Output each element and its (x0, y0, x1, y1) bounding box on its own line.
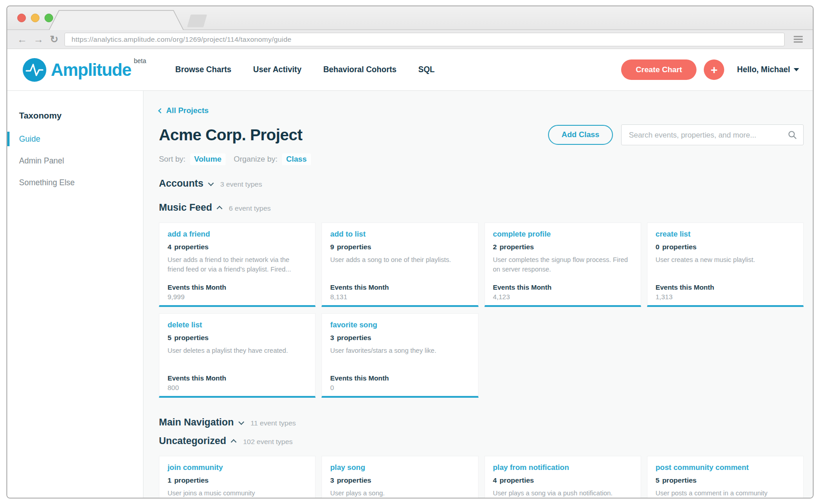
main-content: All Projects Acme Corp. Project Add Clas… (143, 91, 813, 499)
chevron-up-icon (231, 439, 237, 445)
event-description: User completes the signup flow process. … (493, 255, 632, 274)
event-card[interactable]: delete list 5properties User deletes a p… (159, 313, 316, 398)
search-icon[interactable] (788, 130, 797, 139)
section-main-navigation-toggle[interactable]: Main Navigation (159, 417, 243, 428)
event-card[interactable]: join community 1properties User joins a … (159, 456, 316, 499)
browser-tab[interactable] (48, 6, 184, 30)
chevron-down-icon (208, 180, 214, 186)
section-music-feed: Music Feed 6 event types (159, 202, 804, 213)
events-this-month-label: Events this Month (168, 283, 307, 291)
section-accounts: Accounts 3 event types (159, 178, 804, 189)
events-this-month-label: Events this Month (656, 283, 795, 291)
events-this-month-value: 800 (168, 384, 307, 391)
event-card[interactable]: play from notification 4properties User … (484, 456, 641, 499)
event-description: User adds a friend to their network via … (168, 255, 307, 274)
sidebar: Taxonomy Guide Admin Panel Something Els… (7, 91, 143, 499)
section-music-feed-toggle[interactable]: Music Feed (159, 202, 222, 213)
event-card[interactable]: create list 0properties User creates a n… (647, 222, 804, 307)
event-card[interactable]: post community comment 5properties User … (647, 456, 804, 499)
url-text: https://analytics.amplitude.com/org/1269… (71, 35, 291, 44)
events-this-month-label: Events this Month (330, 283, 469, 291)
all-projects-link[interactable]: All Projects (159, 106, 804, 115)
event-title[interactable]: delete list (168, 321, 307, 329)
add-button[interactable]: + (704, 59, 724, 80)
search-input[interactable] (629, 131, 788, 139)
sidebar-item-guide[interactable]: Guide (7, 128, 143, 150)
page-title: Acme Corp. Project (159, 126, 302, 144)
section-music-feed-meta: 6 event types (229, 204, 271, 212)
events-this-month-label: Events this Month (330, 374, 469, 382)
user-menu[interactable]: Hello, Michael (737, 65, 799, 74)
event-card[interactable]: complete profile 2properties User comple… (484, 222, 641, 307)
chevron-down-icon (794, 68, 799, 71)
event-title[interactable]: complete profile (493, 230, 632, 238)
new-tab-button[interactable] (187, 15, 207, 27)
nav-sql[interactable]: SQL (418, 65, 435, 74)
minimize-window-button[interactable] (31, 14, 40, 22)
sort-by-value[interactable]: Volume (190, 153, 226, 165)
section-accounts-toggle[interactable]: Accounts (159, 178, 213, 189)
event-description: User plays a song via a push notificatio… (493, 489, 632, 498)
section-uncategorized: Uncategorized 102 event types (159, 435, 804, 447)
event-card[interactable]: add to list 9properties User adds a song… (321, 222, 478, 307)
chevron-left-icon (158, 108, 163, 113)
event-card-grid: join community 1properties User joins a … (159, 456, 804, 499)
close-window-button[interactable] (17, 14, 26, 22)
sidebar-item-admin-panel[interactable]: Admin Panel (7, 150, 143, 172)
sidebar-item-something-else[interactable]: Something Else (7, 172, 143, 193)
add-class-button[interactable]: Add Class (548, 125, 613, 145)
sort-by-label: Sort by: (159, 155, 186, 164)
amplitude-logo-icon (23, 58, 46, 82)
section-main-navigation-meta: 11 event types (251, 419, 296, 427)
primary-nav: Browse Charts User Activity Behavioral C… (175, 65, 435, 74)
event-title[interactable]: add a friend (168, 230, 307, 238)
browser-window: ← → ↻ https://analytics.amplitude.com/or… (6, 5, 814, 499)
amplitude-logo[interactable]: Amplitude beta (23, 58, 146, 82)
event-title[interactable]: join community (168, 463, 307, 472)
events-this-month-label: Events this Month (493, 283, 632, 291)
organize-by-label: Organize by: (234, 155, 277, 164)
event-title[interactable]: play song (330, 463, 469, 472)
forward-icon[interactable]: → (34, 35, 44, 44)
back-icon[interactable]: ← (17, 35, 27, 44)
event-title[interactable]: add to list (330, 230, 469, 238)
nav-behavioral-cohorts[interactable]: Behavioral Cohorts (323, 65, 396, 74)
event-description: User favorites/stars a song they like. (330, 346, 469, 356)
event-description: User adds a song to one of their playlis… (330, 255, 469, 265)
section-uncategorized-toggle[interactable]: Uncategorized (159, 435, 236, 447)
chevron-down-icon (238, 419, 244, 425)
reload-icon[interactable]: ↻ (50, 35, 58, 44)
nav-user-activity[interactable]: User Activity (253, 65, 301, 74)
event-description: User joins a music community (168, 489, 307, 498)
search-box (621, 124, 804, 145)
logo-wordmark: Amplitude (51, 58, 131, 82)
event-card-grid: add a friend 4properties User adds a fri… (159, 222, 804, 398)
event-title[interactable]: create list (656, 230, 795, 238)
event-title[interactable]: post community comment (656, 463, 795, 472)
event-card[interactable]: favorite song 3properties User favorites… (321, 313, 478, 398)
event-title[interactable]: favorite song (330, 321, 469, 329)
events-this-month-value: 8,131 (330, 293, 469, 301)
nav-browse-charts[interactable]: Browse Charts (175, 65, 232, 74)
event-card[interactable]: add a friend 4properties User adds a fri… (159, 222, 316, 307)
user-greeting-text: Hello, Michael (737, 65, 790, 74)
events-this-month-value: 0 (330, 384, 469, 391)
event-title[interactable]: play from notification (493, 463, 632, 472)
active-indicator (7, 132, 10, 146)
event-card[interactable]: play song 3properties User plays a song. (321, 456, 478, 499)
section-main-navigation: Main Navigation 11 event types (159, 417, 804, 428)
section-accounts-meta: 3 event types (220, 180, 262, 188)
browser-toolbar: ← → ↻ https://analytics.amplitude.com/or… (7, 30, 813, 49)
events-this-month-value: 1,313 (656, 293, 795, 301)
event-description: User creates a new music playlist. (656, 255, 795, 265)
header-actions: Create Chart + Hello, Michael (621, 59, 799, 80)
organize-by-value[interactable]: Class (282, 153, 311, 165)
events-this-month-label: Events this Month (168, 374, 307, 382)
events-this-month-value: 4,123 (493, 293, 632, 301)
browser-menu-icon[interactable] (794, 36, 803, 43)
event-description: User posts a comment in a community (656, 489, 795, 498)
beta-badge: beta (134, 57, 146, 64)
address-bar[interactable]: https://analytics.amplitude.com/org/1269… (64, 33, 785, 46)
chevron-up-icon (217, 206, 222, 212)
create-chart-button[interactable]: Create Chart (621, 59, 697, 80)
